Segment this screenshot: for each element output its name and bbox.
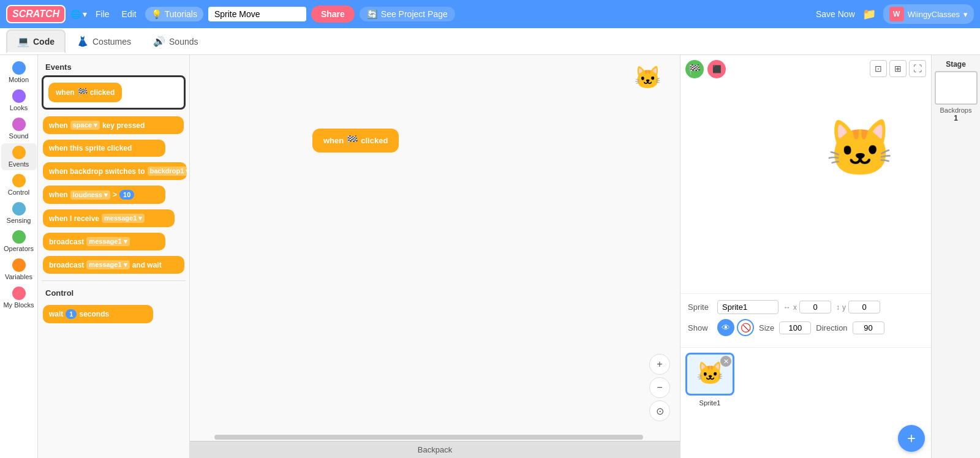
x-coord: ↔ x xyxy=(783,301,831,313)
message-dropdown-broadcast[interactable]: message1 ▾ xyxy=(86,237,129,246)
operators-label: Operators xyxy=(4,245,34,252)
zoom-in-icon: + xyxy=(657,359,662,370)
unmaximize-button[interactable]: ⊡ xyxy=(870,60,887,77)
sprite-list: 🐱 ✕ Sprite1 + xyxy=(680,348,931,458)
save-now-button[interactable]: Save Now xyxy=(816,9,855,19)
category-variables[interactable]: Variables xyxy=(1,256,37,283)
block-broadcast-wait[interactable]: broadcast message1 ▾ and wait xyxy=(43,256,184,274)
sprite-label: Sprite xyxy=(688,302,712,312)
tutorials-button[interactable]: 💡 Tutorials xyxy=(145,7,203,21)
looks-label: Looks xyxy=(10,104,28,111)
sounds-tab-label: Sounds xyxy=(169,37,198,47)
placed-flag-icon: 🏁 xyxy=(346,135,358,146)
show-hidden-button[interactable]: 🚫 xyxy=(737,319,754,336)
control-section-title: Control xyxy=(42,286,186,301)
category-sound[interactable]: Sound xyxy=(1,115,37,142)
main-area: Motion Looks Sound Events Control Sensin… xyxy=(0,55,980,458)
blocks-panel: Events when 🏁 clicked when space ▾ key p… xyxy=(38,55,190,458)
myblocks-label: My Blocks xyxy=(3,301,34,309)
sprite-name-input[interactable] xyxy=(717,300,778,314)
zoom-out-button[interactable]: − xyxy=(649,377,670,398)
stage-sprite-cat[interactable]: 🐱 xyxy=(826,116,894,181)
direction-input[interactable] xyxy=(853,321,884,334)
loudness-dropdown[interactable]: loudness ▾ xyxy=(70,190,110,200)
block-wait[interactable]: wait 1 seconds xyxy=(43,305,153,323)
operators-dot xyxy=(12,230,26,244)
x-value[interactable] xyxy=(799,301,831,313)
backpack-bar[interactable]: Backpack xyxy=(190,441,680,458)
events-label: Events xyxy=(9,160,29,168)
sensing-dot xyxy=(12,202,26,216)
size-input[interactable] xyxy=(779,321,811,334)
stop-button[interactable]: ⬛ xyxy=(707,60,726,78)
show-visible-button[interactable]: 👁 xyxy=(717,319,734,336)
topbar: SCRATCH 🌐 ▾ File Edit 💡 Tutorials Share … xyxy=(0,0,980,28)
user-badge[interactable]: W WiingyClasses ▾ xyxy=(883,4,974,24)
tab-code[interactable]: 💻 Code xyxy=(6,29,66,53)
block-loudness[interactable]: when loudness ▾ > 10 xyxy=(43,186,165,204)
y-value[interactable] xyxy=(848,301,880,313)
folder-icon[interactable]: 📁 xyxy=(862,7,876,21)
scratch-logo[interactable]: SCRATCH xyxy=(6,5,66,23)
see-project-button[interactable]: 🔄 See Project Page xyxy=(360,7,455,21)
zoom-out-icon: − xyxy=(657,382,662,393)
sprite-cat-code-icon: 🐱 xyxy=(634,65,662,90)
space-dropdown[interactable]: space ▾ xyxy=(70,121,100,130)
block-when-green-flag[interactable]: when 🏁 clicked xyxy=(48,83,122,102)
block-backdrop-switches[interactable]: when backdrop switches to backdrop1 ▾ xyxy=(43,162,187,180)
file-menu[interactable]: File xyxy=(92,7,113,21)
project-name-input[interactable] xyxy=(208,7,306,21)
code-area: when 🏁 clicked 🐱 + − ⊙ Backpack xyxy=(190,55,680,458)
category-operators[interactable]: Operators xyxy=(1,228,37,255)
block-broadcast[interactable]: broadcast message1 ▾ xyxy=(43,233,165,250)
tab-costumes[interactable]: 👗 Costumes xyxy=(66,29,142,53)
category-control[interactable]: Control xyxy=(1,171,37,198)
add-sprite-button[interactable]: + xyxy=(898,425,925,452)
fullscreen-button[interactable]: ⛶ xyxy=(909,60,926,77)
control-label: Control xyxy=(8,189,29,196)
block-row-broadcast: broadcast message1 ▾ xyxy=(42,231,186,252)
stage-mini-panel: Stage Backdrops 1 xyxy=(931,55,980,458)
zoom-in-button[interactable]: + xyxy=(649,354,670,375)
y-coord: ↕ y xyxy=(836,301,880,313)
tab-sounds[interactable]: 🔊 Sounds xyxy=(142,29,209,53)
zoom-center-button[interactable]: ⊙ xyxy=(649,400,670,421)
category-looks[interactable]: Looks xyxy=(1,87,37,114)
horizontal-scrollbar[interactable] xyxy=(214,435,643,440)
sprite1-delete[interactable]: ✕ xyxy=(720,356,731,367)
category-motion[interactable]: Motion xyxy=(1,59,37,86)
see-project-icon: 🔄 xyxy=(367,9,377,19)
block-row-loudness: when loudness ▾ > 10 xyxy=(42,184,186,206)
share-button[interactable]: Share xyxy=(311,6,355,23)
motion-dot xyxy=(12,61,26,75)
sprite1-thumb[interactable]: 🐱 ✕ xyxy=(685,353,734,396)
placed-green-flag-block[interactable]: when 🏁 clicked xyxy=(312,129,399,152)
backdrops-label: Backdrops xyxy=(940,107,972,114)
globe-button[interactable]: 🌐 ▾ xyxy=(70,9,87,19)
category-sensing[interactable]: Sensing xyxy=(1,200,37,227)
stage-view-buttons: ⊡ ⊞ ⛶ xyxy=(870,60,926,77)
green-flag-button[interactable]: 🏁 xyxy=(685,60,704,78)
variables-label: Variables xyxy=(5,273,32,280)
loudness-value: 10 xyxy=(119,190,134,200)
backdrop-dropdown[interactable]: backdrop1 ▾ xyxy=(148,167,190,176)
stage-mini-thumb[interactable] xyxy=(935,71,978,105)
block-sprite-clicked[interactable]: when this sprite clicked xyxy=(43,140,165,157)
message-dropdown-receive[interactable]: message1 ▾ xyxy=(102,214,145,223)
block-row-broadcast-wait: broadcast message1 ▾ and wait xyxy=(42,254,186,276)
globe-icon: 🌐 xyxy=(70,9,81,19)
events-highlighted-box: when 🏁 clicked xyxy=(42,75,186,110)
message-dropdown-bwait[interactable]: message1 ▾ xyxy=(86,260,129,269)
block-when-receive[interactable]: when I receive message1 ▾ xyxy=(43,209,175,227)
category-events[interactable]: Events xyxy=(1,143,37,170)
see-project-label: See Project Page xyxy=(381,9,448,19)
direction-label: Direction xyxy=(816,323,847,332)
edit-menu[interactable]: Edit xyxy=(118,7,140,21)
block-space-key[interactable]: when space ▾ key pressed xyxy=(43,116,184,134)
motion-label: Motion xyxy=(9,76,29,83)
sensing-label: Sensing xyxy=(7,217,31,224)
category-myblocks[interactable]: My Blocks xyxy=(1,284,37,311)
code-tab-icon: 💻 xyxy=(17,36,29,47)
normal-view-button[interactable]: ⊞ xyxy=(889,60,907,77)
x-arrow-icon: ↔ xyxy=(783,303,791,312)
